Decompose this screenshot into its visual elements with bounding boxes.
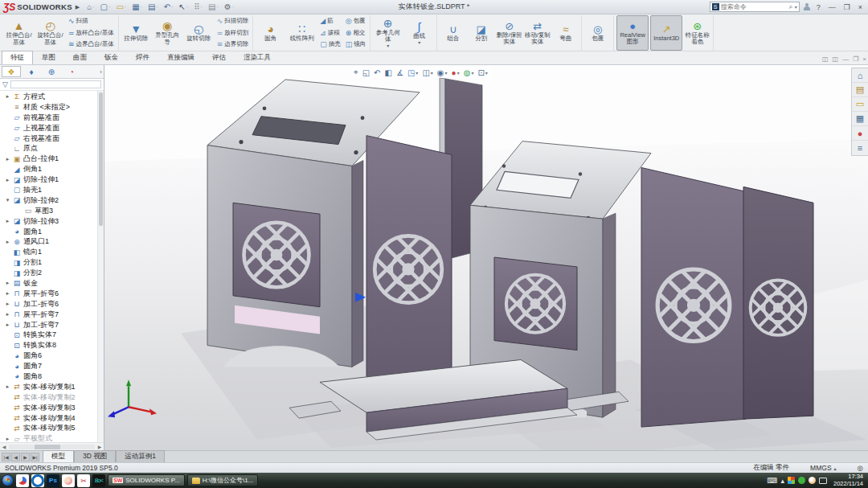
home-button[interactable]: ⌂· [84, 1, 96, 13]
lofted-boss-button[interactable]: ≃放样凸台/基体 [67, 27, 116, 39]
filter-input[interactable] [10, 80, 101, 88]
tray-qq-icon[interactable] [809, 477, 816, 484]
tree-item-convert7[interactable]: ⊡ 转换实体7 [0, 330, 97, 340]
tree-item-flatten-bend6[interactable]: ▸ ⊓ 展平-折弯6 [0, 289, 97, 299]
doc-restore-button[interactable]: ❐ [853, 55, 858, 63]
delete-keep-body-button[interactable]: ⊘删除/保留实体 [496, 15, 522, 51]
expand-arrow-icon[interactable]: ▸ [5, 322, 10, 328]
tab-evaluate[interactable]: 评估 [203, 51, 235, 64]
tree-item-material[interactable]: ≡ 材质 <未指定> [0, 102, 97, 113]
feature-name-color-button[interactable]: ⊛特征名称着色 [684, 15, 710, 51]
zoom-fit-button[interactable]: ⌖▾ [353, 68, 359, 77]
print-button[interactable]: ▤· [145, 1, 161, 13]
appearances-tab[interactable]: ● [852, 126, 868, 141]
extruded-boss-button[interactable]: ▲拉伸凸台/基体 [4, 15, 34, 51]
taskbar-window-solidworks[interactable]: SW SOLIDWORKS P... [108, 474, 185, 486]
boundary-boss-button[interactable]: ≅边界凸台/基体 [67, 39, 116, 51]
scroll-left-icon[interactable]: ◀ [0, 444, 8, 449]
tree-item-convert8[interactable]: ⊡ 转换实体8 [0, 340, 97, 351]
pane-left-button[interactable]: ◫ [822, 55, 829, 63]
tree-item-flatten-bend7[interactable]: ▸ ⊓ 展平-折弯7 [0, 310, 97, 320]
motion-study-tab[interactable]: 运动算例1 [116, 450, 165, 462]
resources-tab[interactable]: ⌂ [852, 68, 868, 83]
tree-item-cut-extrude3[interactable]: ▸ ◪ 切除-拉伸3 [0, 216, 97, 227]
hole-wizard-button[interactable]: ◉异型孔向导 [153, 15, 182, 51]
tray-wechat-icon[interactable] [798, 477, 805, 484]
doc-close-button[interactable]: × [862, 55, 866, 63]
displaymanager-tab[interactable]: ◔ [62, 66, 81, 77]
taskbar-app-dark[interactable]: 8o< [92, 474, 105, 487]
draft-button[interactable]: ⊿拔模 [318, 27, 342, 39]
annotation-view-button[interactable]: ∡▾ [395, 68, 404, 77]
display-pane-button[interactable]: ▤· [206, 1, 221, 13]
units-selector[interactable]: MMGS ▴ [810, 464, 836, 472]
search-icon[interactable]: ⌕ [789, 2, 793, 11]
tray-keyboard-icon[interactable]: ⌨ [767, 477, 777, 485]
first-tab-button[interactable]: |◀ [2, 453, 10, 461]
status-badge-icon[interactable]: ◎ [858, 464, 863, 472]
tree-item-cut-extrude2[interactable]: ▾ ◪ 切除-拉伸2 [0, 195, 97, 206]
flex-button[interactable]: ≈弯曲 [552, 15, 579, 51]
tray-network-icon[interactable] [819, 478, 827, 484]
lofted-cut-button[interactable]: ≃放样切割 [215, 27, 251, 39]
expand-arrow-icon[interactable]: ▸ [5, 383, 10, 390]
expand-arrow-icon[interactable]: ▸ [5, 301, 10, 307]
instant3d-toggle[interactable]: ↗Instant3D [650, 15, 682, 51]
shell-button[interactable]: ▢抽壳 [318, 39, 342, 51]
tree-item-boss-extrude1[interactable]: ▸ ▣ 凸台-拉伸1 [0, 154, 97, 164]
previous-view-button[interactable]: ↶▾ [373, 68, 381, 77]
fillet-button[interactable]: ◕圆角 [256, 15, 285, 51]
tray-expand-icon[interactable]: ▴ [780, 477, 784, 485]
scroll-track[interactable] [9, 445, 95, 449]
undo-button[interactable]: ↶· [162, 1, 176, 13]
zoom-area-button[interactable]: ◱▾ [362, 68, 371, 77]
doc-minimize-button[interactable]: — [842, 55, 849, 63]
revolved-cut-button[interactable]: ◵旋转切除 [184, 15, 214, 51]
panel-expand-chevron[interactable]: › [100, 68, 102, 76]
tab-sketch[interactable]: 草图 [33, 51, 64, 64]
side-panel-right-2[interactable] [743, 187, 813, 419]
design-library-tab[interactable]: ▤ [852, 83, 868, 97]
scrollbar-thumb[interactable] [99, 92, 103, 226]
side-panel-right-1[interactable] [641, 167, 746, 427]
search-dropdown-icon[interactable]: ▾ [795, 4, 797, 10]
expand-arrow-icon[interactable]: ▸ [5, 280, 10, 286]
open-button[interactable]: ▭· [113, 1, 129, 13]
tray-windows-icon[interactable] [788, 477, 795, 484]
3d-views-tab[interactable]: 3D 视图 [74, 450, 116, 462]
tree-item-split1[interactable]: ◨ 分割1 [0, 257, 97, 268]
tree-item-process-bend6[interactable]: ▸ ⊔ 加工-折弯6 [0, 299, 97, 310]
save-button[interactable]: ▦· [129, 1, 145, 13]
tree-item-fillet7[interactable]: ◕ 圆角7 [0, 361, 97, 371]
tree-item-shell1[interactable]: ▢ 抽壳1 [0, 185, 97, 195]
swept-cut-button[interactable]: ∿扫描切除 [215, 15, 251, 27]
expand-arrow-icon[interactable]: ▸ [5, 239, 10, 245]
taskbar-app-camera[interactable] [31, 474, 44, 487]
tree-item-equations[interactable]: ▸ Σ 方程式 [0, 92, 97, 102]
tree-item-fillet8[interactable]: ◕ 圆角8 [0, 371, 97, 382]
tree-item-fillet6[interactable]: ◕ 圆角6 [0, 351, 97, 361]
section-view-button[interactable]: ◧▾ [383, 68, 392, 77]
tree-item-move-copy5[interactable]: ⇄ 实体-移动/复制5 [0, 424, 97, 434]
tree-item-vent1[interactable]: ▸ ⊛ 通风口1 [0, 236, 97, 247]
taskbar-window-folder[interactable]: SW H:\微信公众号\1... [187, 474, 259, 486]
select-button[interactable]: ↖· [177, 1, 191, 13]
tree-item-move-copy1[interactable]: ▸ ⇄ 实体-移动/复制1 [0, 382, 97, 392]
custom-properties-tab[interactable]: ≡ [852, 141, 868, 155]
view-settings-button[interactable]: ⊡▾ [477, 68, 488, 77]
start-button[interactable] [2, 474, 14, 486]
tree-item-cut-extrude1[interactable]: ▸ ◪ 切除-拉伸1 [0, 174, 97, 185]
menu-flyout-icon[interactable]: ▶ [76, 4, 80, 10]
new-document-button[interactable]: ▢· [98, 1, 113, 13]
tree-horizontal-scrollbar[interactable]: ◀ ▶ [0, 442, 104, 450]
prev-tab-button[interactable]: ◀ [11, 453, 20, 461]
propertymanager-tab[interactable]: ♦ [22, 66, 41, 77]
graphics-viewport[interactable]: ⌖▾◱▾↶▾◧▾∡▾◳▾◫▾◉▾●▾◍▾⊡▾ ⌂▤▭▦●≡ [104, 65, 868, 450]
tree-item-move-copy3[interactable]: ⇄ 实体-移动/复制3 [0, 403, 97, 413]
restore-button[interactable]: ❐ [841, 3, 853, 11]
tree-item-split2[interactable]: ◨ 分割2 [0, 268, 97, 278]
close-button[interactable]: × [856, 3, 865, 11]
next-tab-button[interactable]: ▶ [21, 453, 30, 461]
filter-icon[interactable]: ▽ [2, 80, 8, 88]
hide-show-items-button[interactable]: ◉▾ [436, 68, 448, 77]
